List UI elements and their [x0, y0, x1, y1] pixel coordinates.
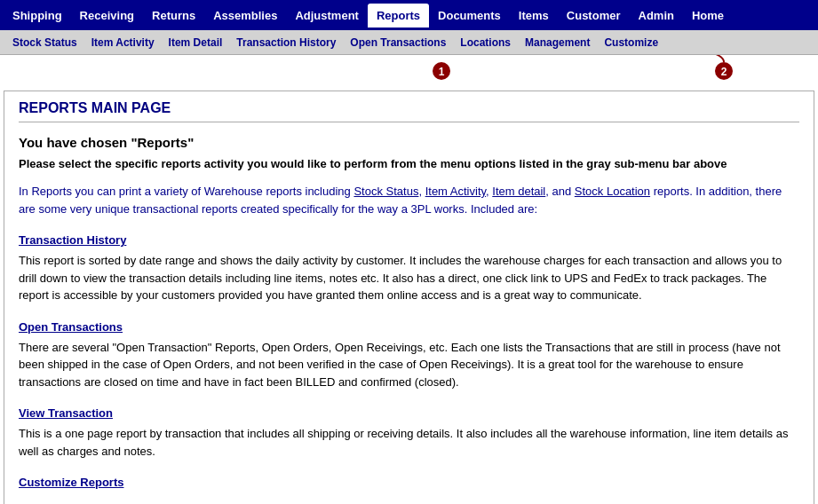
- sub-navigation: Stock Status Item Activity Item Detail T…: [0, 30, 818, 55]
- link-item-detail[interactable]: Item detail: [492, 185, 545, 198]
- section-transaction-history: Transaction History This report is sorte…: [19, 233, 799, 304]
- subnav-open-transactions[interactable]: Open Transactions: [343, 33, 453, 52]
- intro-text: In Reports you can print a variety of Wa…: [19, 183, 799, 217]
- link-stock-status[interactable]: Stock Status: [353, 185, 418, 198]
- top-navigation: Shipping Receiving Returns Assemblies Ad…: [0, 0, 818, 30]
- section-title-transaction-history[interactable]: Transaction History: [19, 233, 799, 247]
- subnav-item-detail[interactable]: Item Detail: [162, 33, 230, 52]
- section-title-open-transactions[interactable]: Open Transactions: [19, 320, 799, 334]
- section-body-open-transactions: There are several "Open Transaction" Rep…: [19, 339, 799, 391]
- nav-receiving[interactable]: Receiving: [71, 4, 143, 28]
- section-view-transaction: View Transaction This is a one page repo…: [19, 406, 799, 460]
- subnav-transaction-history[interactable]: Transaction History: [229, 33, 343, 52]
- nav-home[interactable]: Home: [683, 4, 733, 28]
- subnav-stock-status[interactable]: Stock Status: [5, 33, 84, 52]
- nav-documents[interactable]: Documents: [429, 4, 510, 28]
- subnav-locations[interactable]: Locations: [453, 33, 518, 52]
- link-stock-location[interactable]: Stock Location: [575, 185, 650, 198]
- page-title: Reports Main Page: [19, 100, 799, 122]
- subnav-customize[interactable]: Customize: [597, 33, 665, 52]
- page-content: Reports Main Page You have chosen "Repor…: [4, 91, 814, 504]
- section-body-transaction-history: This report is sorted by date range and …: [19, 252, 799, 304]
- link-item-activity[interactable]: Item Activity: [425, 185, 486, 198]
- svg-text:1: 1: [439, 66, 445, 78]
- nav-shipping[interactable]: Shipping: [4, 4, 71, 28]
- nav-adjustment[interactable]: Adjustment: [286, 4, 368, 28]
- nav-customer[interactable]: Customer: [558, 4, 630, 28]
- subnav-management[interactable]: Management: [518, 33, 597, 52]
- nav-items[interactable]: Items: [510, 4, 558, 28]
- section-title-view-transaction[interactable]: View Transaction: [19, 406, 799, 420]
- section-open-transactions: Open Transactions There are several "Ope…: [19, 320, 799, 391]
- nav-returns[interactable]: Returns: [143, 4, 204, 28]
- annotation-arrows: 1 2: [0, 55, 818, 87]
- nav-admin[interactable]: Admin: [630, 4, 683, 28]
- subnav-item-activity[interactable]: Item Activity: [84, 33, 162, 52]
- chosen-title: You have chosen "Reports": [19, 135, 799, 150]
- instruction-text: Please select the specific reports activ…: [19, 157, 799, 170]
- section-body-view-transaction: This is a one page report by transaction…: [19, 425, 799, 460]
- section-title-customize-reports[interactable]: Customize Reports: [19, 476, 799, 489]
- nav-assemblies[interactable]: Assemblies: [204, 4, 286, 28]
- nav-reports[interactable]: Reports: [368, 4, 429, 28]
- section-customize-reports: Customize Reports: [19, 476, 799, 489]
- svg-text:2: 2: [721, 66, 727, 78]
